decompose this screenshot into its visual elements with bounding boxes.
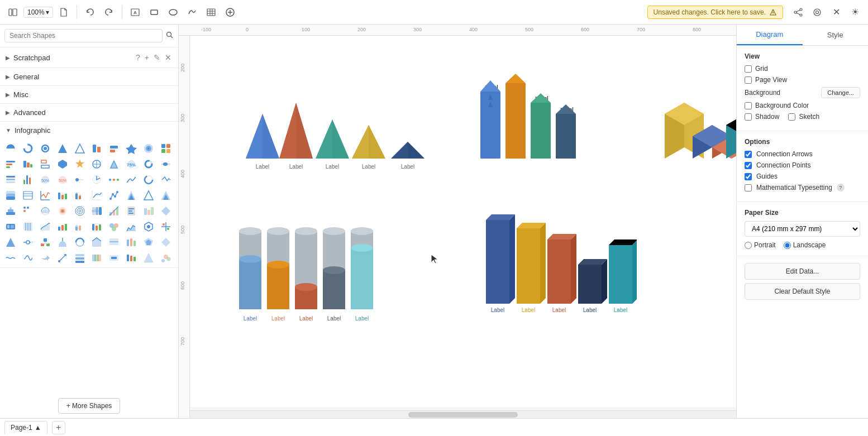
background-color-label[interactable]: Background Color <box>745 102 809 109</box>
list-item[interactable] <box>21 204 35 218</box>
list-item[interactable] <box>73 188 87 203</box>
list-item[interactable] <box>21 173 35 187</box>
grid-label[interactable]: Grid <box>745 65 768 73</box>
list-item[interactable] <box>89 219 104 234</box>
list-item[interactable] <box>159 141 173 156</box>
list-item[interactable] <box>73 173 87 187</box>
list-item[interactable] <box>141 251 156 265</box>
list-item[interactable] <box>107 173 121 187</box>
list-item[interactable] <box>55 219 70 234</box>
list-item[interactable] <box>159 204 173 218</box>
list-item[interactable] <box>107 219 121 234</box>
scrollbar-thumb[interactable] <box>408 412 518 418</box>
list-item[interactable] <box>141 173 156 187</box>
scratchpad-add[interactable]: + <box>144 52 150 63</box>
new-page-button[interactable] <box>55 4 72 21</box>
unsaved-banner[interactable]: Unsaved changes. Click here to save. <box>647 6 783 19</box>
sketch-label[interactable]: Sketch <box>788 113 819 121</box>
scratchpad-edit[interactable]: ✎ <box>152 52 161 63</box>
tab-style[interactable]: Style <box>803 25 869 45</box>
list-item[interactable]: text <box>159 157 173 171</box>
list-item[interactable] <box>107 251 121 265</box>
math-help-icon[interactable]: ? <box>837 184 845 191</box>
list-item[interactable] <box>3 157 18 171</box>
ellipse-tool-button[interactable] <box>165 4 182 21</box>
sidebar-toggle-button[interactable] <box>4 4 21 21</box>
list-item[interactable] <box>141 219 156 234</box>
guides-row[interactable]: Guides <box>745 173 860 180</box>
list-item[interactable] <box>124 251 139 265</box>
list-item[interactable] <box>55 188 70 203</box>
misc-header[interactable]: ▶ Misc <box>0 86 178 103</box>
list-item[interactable] <box>73 251 87 265</box>
edit-data-button[interactable]: Edit Data... <box>745 263 860 280</box>
list-item[interactable] <box>124 188 139 203</box>
guides-checkbox[interactable] <box>745 173 752 180</box>
insert-tool-button[interactable] <box>222 4 239 21</box>
connection-points-row[interactable]: Connection Points <box>745 161 860 169</box>
list-item[interactable] <box>124 219 139 234</box>
list-item[interactable] <box>124 173 139 187</box>
advanced-header[interactable]: ▶ Advanced <box>0 104 178 121</box>
list-item[interactable] <box>38 157 53 171</box>
list-item[interactable] <box>141 204 156 218</box>
clear-style-button[interactable]: Clear Default Style <box>745 283 860 300</box>
list-item[interactable] <box>73 204 87 218</box>
list-item[interactable] <box>89 235 104 250</box>
add-page-button[interactable]: + <box>52 421 65 434</box>
canvas-area[interactable]: -100 0 100 200 300 400 500 600 700 800 9… <box>179 25 736 418</box>
list-item[interactable] <box>89 204 104 218</box>
list-item[interactable] <box>124 235 139 250</box>
list-item[interactable] <box>73 141 87 156</box>
list-item[interactable] <box>21 219 35 234</box>
list-item[interactable] <box>21 141 35 156</box>
landscape-label[interactable]: Landscape <box>784 241 826 249</box>
page-tab-1[interactable]: Page-1 ▲ <box>4 421 47 434</box>
list-item[interactable] <box>38 251 53 265</box>
list-item[interactable] <box>124 204 139 218</box>
list-item[interactable] <box>89 251 104 265</box>
list-item[interactable] <box>55 235 70 250</box>
scratchpad-header[interactable]: ▶ Scratchpad ? + ✎ ✕ <box>0 47 178 68</box>
zoom-selector[interactable]: 100% ▾ <box>23 7 53 18</box>
extras-button[interactable] <box>809 4 826 21</box>
list-item[interactable]: 50% <box>38 173 53 187</box>
page-view-checkbox[interactable] <box>745 76 752 84</box>
list-item[interactable] <box>159 235 173 250</box>
list-item[interactable] <box>55 204 70 218</box>
list-item[interactable] <box>38 204 53 218</box>
redo-button[interactable] <box>101 4 117 21</box>
list-item[interactable] <box>107 204 121 218</box>
list-item[interactable] <box>21 251 35 265</box>
change-background-button[interactable]: Change... <box>821 87 860 98</box>
list-item[interactable] <box>107 188 121 203</box>
list-item[interactable] <box>3 173 18 187</box>
list-item[interactable] <box>55 141 70 156</box>
list-item[interactable] <box>55 157 70 171</box>
list-item[interactable] <box>21 188 35 203</box>
paper-size-select[interactable]: A4 (210 mm x 297 mm) <box>745 221 860 237</box>
more-shapes-button[interactable]: + More Shapes <box>58 398 121 414</box>
list-item[interactable] <box>3 141 18 156</box>
share-button[interactable] <box>790 4 807 21</box>
general-header[interactable]: ▶ General <box>0 68 178 85</box>
list-item[interactable] <box>38 235 53 250</box>
list-item[interactable] <box>73 235 87 250</box>
list-item[interactable] <box>3 204 18 218</box>
list-item[interactable] <box>124 141 139 156</box>
text-tool-button[interactable]: A <box>127 4 144 21</box>
list-item[interactable] <box>73 157 87 171</box>
portrait-radio[interactable] <box>745 242 752 249</box>
list-item[interactable] <box>38 188 53 203</box>
list-item[interactable] <box>3 251 18 265</box>
list-item[interactable] <box>159 173 173 187</box>
math-typeset-row[interactable]: Mathematical Typesetting ? <box>745 184 860 191</box>
list-item[interactable] <box>3 219 18 234</box>
sketch-checkbox[interactable] <box>788 113 795 121</box>
list-item[interactable] <box>107 157 121 171</box>
connection-arrows-checkbox[interactable] <box>745 151 752 158</box>
list-item[interactable] <box>38 141 53 156</box>
list-item[interactable] <box>141 141 156 156</box>
landscape-radio[interactable] <box>784 242 791 249</box>
list-item[interactable] <box>3 188 18 203</box>
